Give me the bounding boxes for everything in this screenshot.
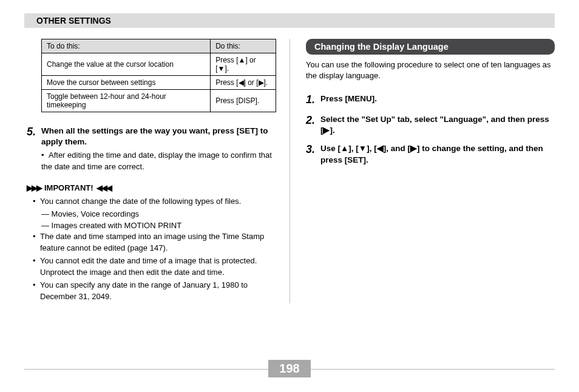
table-cell: Press [▲] or [▼]. — [211, 53, 276, 76]
important-label: IMPORTANT! — [44, 183, 93, 192]
note-text: You cannot edit the date and time of a i… — [40, 255, 276, 279]
table-head-right: Do this: — [211, 39, 276, 53]
page-number: 198 — [268, 360, 310, 377]
left-column: To do this: Do this: Change the value at… — [24, 39, 290, 303]
step-subtext: •After editing the time and date, displa… — [41, 150, 276, 172]
important-decor-left-icon: ▶▶▶ — [27, 183, 41, 192]
step-text: Use [▲], [▼], [◀], and [▶] to change the… — [320, 143, 555, 165]
note-item: •You can specify any date in the range o… — [33, 280, 276, 303]
step-number: 1. — [306, 93, 320, 107]
section-title-pill: Changing the Display Language — [306, 39, 555, 55]
table-row: Change the value at the cursor location … — [42, 53, 276, 76]
important-decor-right-icon: ◀◀◀ — [96, 183, 111, 192]
note-sub-item: — Images created with MOTION PRINT — [33, 220, 276, 232]
step-sub-content: After editing the time and date, display… — [41, 150, 272, 171]
note-item: •The date and time stamped into an image… — [33, 231, 276, 254]
table-cell: Press [DISP]. — [211, 90, 276, 112]
table-cell: Change the value at the cursor location — [42, 53, 211, 76]
note-item: •You cannot edit the date and time of a … — [33, 255, 276, 279]
page-footer: 198 — [0, 360, 579, 377]
step-1: 1. Press [MENU]. — [306, 93, 555, 107]
step-number: 3. — [306, 143, 320, 165]
step-text: Press [MENU]. — [320, 93, 377, 107]
table-header-row: To do this: Do this: — [42, 39, 276, 53]
section-header: OTHER SETTINGS — [24, 13, 555, 28]
table-row: Move the cursor between settings Press [… — [42, 76, 276, 90]
note-item: •You cannot change the date of the follo… — [33, 196, 276, 208]
step-text: When all the settings are the way you wa… — [41, 126, 276, 147]
important-notes: •You cannot change the date of the follo… — [27, 196, 276, 303]
note-sub-item: — Movies, Voice recordings — [33, 209, 276, 220]
step-number: 5. — [27, 126, 41, 172]
step-2: 2. Select the "Set Up" tab, select "Lang… — [306, 114, 555, 136]
step-5: 5. When all the settings are the way you… — [27, 126, 276, 172]
table-row: Toggle between 12-hour and 24-hour timek… — [42, 90, 276, 112]
table-cell: Press [◀] or [▶]. — [211, 76, 276, 90]
content-columns: To do this: Do this: Change the value at… — [24, 39, 555, 303]
step-text: Select the "Set Up" tab, select "Languag… — [320, 114, 555, 136]
right-column: Changing the Display Language You can us… — [290, 39, 555, 303]
step-3: 3. Use [▲], [▼], [◀], and [▶] to change … — [306, 143, 555, 165]
table-cell: Move the cursor between settings — [42, 76, 211, 90]
note-text: You can specify any date in the range of… — [40, 280, 276, 303]
note-text: You cannot change the date of the follow… — [40, 196, 241, 208]
note-text: The date and time stamped into an image … — [40, 231, 276, 254]
actions-table: To do this: Do this: Change the value at… — [41, 39, 276, 112]
table-head-left: To do this: — [42, 39, 211, 53]
step-number: 2. — [306, 114, 320, 136]
important-heading: ▶▶▶ IMPORTANT! ◀◀◀ — [27, 183, 276, 192]
section-intro: You can use the following procedure to s… — [306, 59, 555, 81]
table-cell: Toggle between 12-hour and 24-hour timek… — [42, 90, 211, 112]
